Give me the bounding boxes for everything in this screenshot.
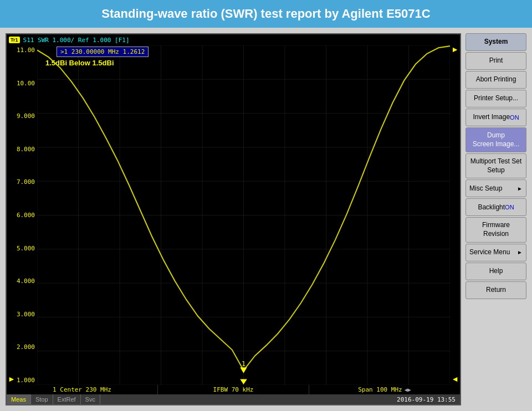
y-label-8: 4.000	[17, 278, 35, 285]
service-menu-button[interactable]: Service Menu ►	[466, 244, 526, 261]
multiport-test-set-setup-button[interactable]: Multiport Test Set Setup	[466, 153, 526, 178]
chart-container: Tr1 S11 SWR 1.000/ Ref 1.000 [F1] >1 230…	[6, 33, 461, 405]
span: Span 100 MHz ◀▶	[309, 385, 460, 394]
marker-number: 1	[242, 359, 245, 368]
misc-setup-label: Misc Setup	[469, 184, 502, 193]
backlight-button[interactable]: BacklightON	[466, 198, 526, 216]
y-label-1: 11.00	[17, 47, 35, 54]
dump-screen-image-button[interactable]: DumpScreen Image...	[466, 127, 526, 152]
y-label-3: 9.000	[17, 112, 35, 120]
sidebar: System Print Abort Printing Printer Setu…	[466, 33, 526, 405]
y-label-7: 5.000	[17, 245, 35, 252]
help-button[interactable]: Help	[466, 263, 526, 280]
chart-info-text: S11 SWR 1.000/ Ref 1.000 [F1]	[23, 37, 130, 44]
tr1-badge: Tr1	[9, 37, 20, 43]
misc-setup-button[interactable]: Misc Setup ►	[466, 179, 526, 197]
y-label-2: 10.00	[17, 80, 35, 87]
timestamp: 2016-09-19 13:55	[392, 395, 460, 404]
main-area: Tr1 S11 SWR 1.000/ Ref 1.000 [F1] >1 230…	[0, 28, 532, 411]
y-label-11: 1.000	[17, 377, 35, 384]
ifbw-label: IFBW 70 kHz	[213, 386, 254, 393]
print-button[interactable]: Print	[466, 52, 526, 70]
ifbw: IFBW 70 kHz	[158, 385, 309, 394]
right-triangle-bottom: ◄	[451, 374, 459, 383]
abort-printing-button[interactable]: Abort Printing	[466, 71, 526, 89]
return-button[interactable]: Return	[466, 281, 526, 299]
service-menu-arrow: ►	[517, 249, 523, 256]
meas-status-bar: Meas Stop ExtRef Svc 2016-09-19 13:55	[7, 394, 460, 404]
y-label-10: 2.000	[17, 343, 35, 351]
system-button[interactable]: System	[466, 33, 526, 51]
meas-tab-meas[interactable]: Meas	[7, 394, 31, 404]
meas-tab-extref[interactable]: ExtRef	[53, 394, 81, 404]
misc-setup-arrow: ►	[517, 185, 523, 192]
y-label-6: 6.000	[17, 212, 35, 219]
right-marker-triangle: ►	[451, 45, 459, 53]
freq-bar: 1 Center 230 MHz IFBW 70 kHz Span 100 MH…	[7, 385, 460, 394]
page-header: Standing-wave ratio (SWR) test report by…	[0, 0, 532, 28]
firmware-revision-button[interactable]: FirmwareRevision	[466, 217, 526, 242]
chart-svg-area: 1	[37, 45, 450, 385]
y-label-5: 7.000	[17, 178, 35, 186]
left-triangle: ►	[8, 374, 16, 383]
y-label-9: 3.000	[17, 311, 35, 318]
chart-svg: 1	[37, 45, 450, 385]
span-label: Span 100 MHz	[358, 386, 402, 393]
page-title: Standing-wave ratio (SWR) test report by…	[101, 7, 430, 21]
span-indicator: ◀▶	[405, 387, 411, 393]
center-freq-label: 1 Center 230 MHz	[53, 386, 111, 393]
y-label-4: 8.000	[17, 146, 35, 153]
meas-tab-svc[interactable]: Svc	[81, 394, 100, 404]
printer-setup-button[interactable]: Printer Setup...	[466, 90, 526, 107]
bottom-center-marker	[240, 379, 247, 384]
marker-box: >1 230.00000 MHz 1.2612	[57, 47, 149, 57]
service-menu-label: Service Menu	[469, 248, 510, 257]
invert-image-button[interactable]: Invert ImageON	[466, 109, 526, 126]
center-freq: 1 Center 230 MHz	[7, 385, 158, 394]
chart-info-bar: Tr1 S11 SWR 1.000/ Ref 1.000 [F1]	[7, 34, 460, 45]
backlight-state: ON	[505, 203, 514, 211]
marker-triangle	[240, 367, 247, 373]
invert-image-state: ON	[510, 114, 519, 121]
meas-tab-stop[interactable]: Stop	[31, 394, 53, 404]
y-axis: 11.00 10.00 9.000 8.000 7.000 6.000 5.00…	[7, 45, 37, 385]
